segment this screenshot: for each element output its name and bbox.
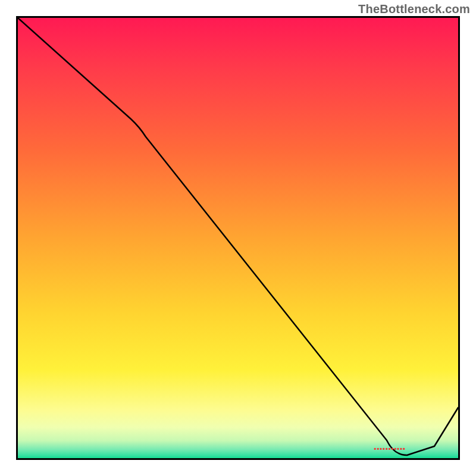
plot-area: ••••••••••• xyxy=(16,16,460,460)
chart-canvas: TheBottleneck.com ••••••••••• xyxy=(0,0,476,476)
optimal-marker: ••••••••••• xyxy=(374,445,405,452)
watermark-text: TheBottleneck.com xyxy=(358,2,470,16)
bottleneck-curve xyxy=(18,18,458,458)
